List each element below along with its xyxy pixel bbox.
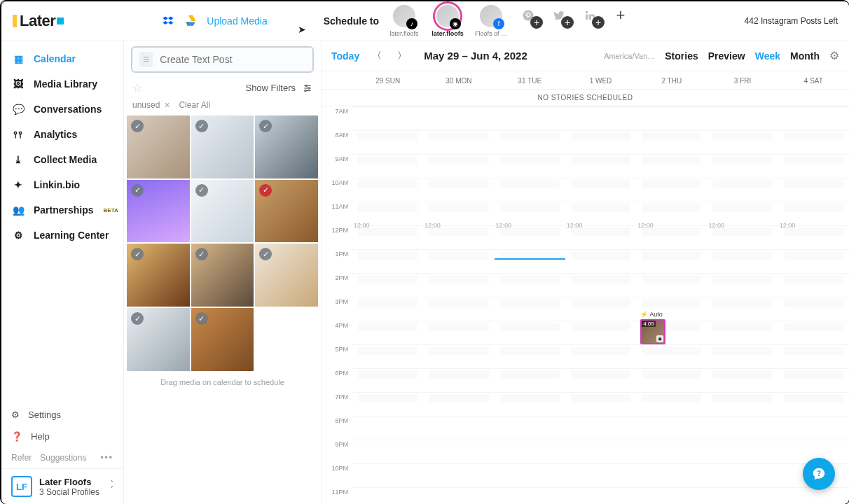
calendar-cell[interactable] [565,392,636,416]
media-thumb[interactable]: ✓ [191,115,254,178]
calendar-cell[interactable] [778,392,849,416]
create-text-post[interactable]: ≡ [131,46,314,73]
calendar-cell[interactable] [778,273,849,297]
today-button[interactable]: Today [331,50,359,62]
calendar-cell[interactable] [565,297,636,321]
calendar-cell[interactable] [423,297,494,321]
calendar-cell[interactable] [565,416,636,440]
calendar-cell[interactable] [565,321,636,344]
calendar-cell[interactable] [778,344,849,368]
tab-week[interactable]: Week [755,50,780,62]
calendar-cell[interactable] [352,130,423,154]
timezone-label[interactable]: America/Van… [604,52,655,60]
calendar-cell[interactable] [423,249,494,273]
calendar-cell[interactable] [707,487,778,504]
calendar-cell[interactable] [423,416,494,440]
calendar-cell[interactable] [352,273,423,297]
help-chat-fab[interactable] [803,458,835,490]
calendar-cell[interactable] [636,130,707,154]
calendar-cell[interactable] [495,321,565,344]
media-thumb[interactable]: ✓ [127,308,190,371]
sidebar-item-media-library[interactable]: 🖼Media Library [1,71,123,97]
calendar-cell[interactable] [778,487,849,504]
next-week-button[interactable]: 〉 [394,50,410,62]
calendar-cell[interactable] [707,392,778,416]
calendar-cell[interactable] [778,297,849,321]
calendar-cell[interactable] [636,273,707,297]
calendar-cell[interactable] [352,321,423,344]
workspace-switcher[interactable]: LF Later Floofs 3 Social Profiles ˄˅ [1,468,123,504]
sidebar-item-partnerships[interactable]: 👥PartnershipsBETA [1,197,123,223]
calendar-cell[interactable] [707,463,778,487]
calendar-cell[interactable] [636,344,707,368]
calendar-cell[interactable] [423,440,494,463]
calendar-cell[interactable] [495,106,565,130]
calendar-settings-icon[interactable]: ⚙ [829,49,839,62]
calendar-cell[interactable] [778,416,849,440]
dropbox-icon[interactable] [162,15,174,27]
filter-chip-unused[interactable]: unused✕ [132,100,170,110]
time-grid[interactable]: 7AM8AM9AM10AM11AM12PM12:0012:0012:0012:0… [322,106,849,504]
calendar-cell[interactable] [778,106,849,130]
calendar-cell[interactable]: 12:00 [495,225,565,249]
sidebar-item-linkinbio[interactable]: ✦Linkin.bio [1,172,123,197]
media-thumb[interactable]: ✓ [191,244,254,307]
more-icon[interactable]: ••• [100,453,113,463]
tab-stories[interactable]: Stories [665,50,698,62]
upload-media-link[interactable]: Upload Media [207,15,267,27]
calendar-cell[interactable]: 12:00 [352,225,423,249]
sidebar-help[interactable]: ❓Help [1,426,123,447]
profile-tiktok[interactable]: ♪ later.floofs [387,5,421,37]
calendar-cell[interactable] [778,178,849,202]
calendar-cell[interactable] [707,106,778,130]
calendar-cell[interactable] [423,321,494,344]
sidebar-item-collect-media[interactable]: ⤓Collect Media [1,147,123,172]
sidebar-item-conversations[interactable]: 💬Conversations [1,97,123,122]
calendar-cell[interactable] [423,106,494,130]
calendar-cell[interactable] [707,178,778,202]
media-thumb[interactable]: ✓ [127,244,190,307]
calendar-cell[interactable] [565,249,636,273]
calendar-cell[interactable] [352,154,423,178]
calendar-cell[interactable]: 12:00 [636,225,707,249]
sidebar-item-learning-center[interactable]: ⚙Learning Center [1,223,123,248]
calendar-cell[interactable] [495,130,565,154]
sidebar-settings[interactable]: ⚙Settings [1,404,123,426]
media-thumb[interactable]: ✓ [255,180,318,243]
calendar-cell[interactable] [707,416,778,440]
calendar-cell[interactable] [352,106,423,130]
profile-facebook[interactable]: f Floofs of … [474,5,508,37]
calendar-cell[interactable] [636,178,707,202]
star-icon[interactable]: ☆ [132,81,142,94]
sidebar-item-analytics[interactable]: ⫯⫯Analytics [1,122,123,147]
calendar-cell[interactable] [778,249,849,273]
calendar-cell[interactable] [423,487,494,504]
profile-instagram[interactable]: ◉ later.floofs [431,5,464,37]
calendar-cell[interactable]: 12:00 [565,225,636,249]
tab-preview[interactable]: Preview [708,50,745,62]
media-thumb[interactable]: ✓ [191,180,254,243]
calendar-cell[interactable] [352,178,423,202]
calendar-cell[interactable] [636,106,707,130]
calendar-cell[interactable] [636,392,707,416]
calendar-cell[interactable] [707,273,778,297]
sliders-icon[interactable] [303,83,312,93]
media-thumb[interactable]: ✓ [127,115,190,178]
clear-all-button[interactable]: Clear All [179,100,210,110]
calendar-cell[interactable] [352,368,423,392]
calendar-cell[interactable] [707,297,778,321]
calendar-cell[interactable] [565,344,636,368]
media-thumb[interactable]: ✓ [255,244,318,307]
media-thumb[interactable]: ✓ [127,180,190,243]
calendar-cell[interactable] [565,130,636,154]
calendar-cell[interactable] [636,463,707,487]
calendar-cell[interactable] [636,416,707,440]
calendar-cell[interactable] [565,273,636,297]
calendar-cell[interactable] [707,130,778,154]
calendar-cell[interactable] [352,297,423,321]
calendar-cell[interactable] [495,154,565,178]
calendar-cell[interactable] [495,249,565,273]
calendar-cell[interactable]: 12:00 [707,225,778,249]
calendar-cell[interactable] [423,130,494,154]
calendar-cell[interactable] [352,416,423,440]
